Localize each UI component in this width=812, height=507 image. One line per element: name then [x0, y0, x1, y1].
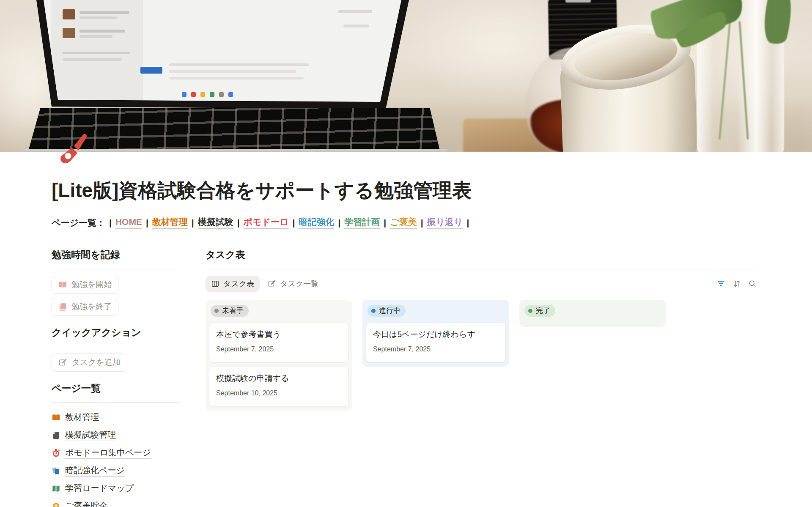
view-toolbar [716, 279, 757, 288]
status-label: 進行中 [379, 306, 401, 315]
two-column-layout: 勉強時間を記録 勉強を開始勉強を終了 クイックアクション タスクを追加 ページ一… [52, 249, 757, 507]
board-column: 完了 [519, 300, 666, 327]
task-card[interactable]: 模擬試験の申請するSeptember 10, 2025 [209, 367, 349, 406]
divider [206, 269, 757, 269]
task-date: September 7, 2025 [216, 345, 342, 353]
open-book-icon [52, 413, 60, 422]
nav-link[interactable]: 暗記強化 [299, 216, 334, 229]
nav-separator: | [237, 217, 240, 229]
cover-laptop [0, 0, 465, 111]
compose-icon [268, 280, 276, 288]
cover-image[interactable] [0, 0, 812, 152]
page-link-label: 教材管理 [65, 411, 99, 423]
view-tabbar: タスク表タスク一覧 [206, 275, 757, 293]
page-link[interactable]: 暗記強化ページ [52, 462, 180, 480]
task-card[interactable]: 今日は5ページだけ終わらすSeptember 7, 2025 [366, 323, 506, 362]
task-card[interactable]: 本屋で参考書買うSeptember 7, 2025 [209, 323, 349, 362]
nav-link[interactable]: 模擬試験 [198, 216, 233, 229]
toolbar-sort-icon[interactable] [732, 279, 741, 288]
pen-nib-icon [53, 134, 89, 167]
page-link-label: ポモドーロ集中ページ [65, 447, 151, 459]
timer-icon [52, 449, 60, 458]
nav-separator: | [293, 217, 295, 229]
status-pill[interactable]: 未着手 [211, 305, 249, 317]
open-book-icon [58, 280, 67, 289]
nav-link[interactable]: HOME [115, 216, 142, 229]
card-stack: 本屋で参考書買うSeptember 7, 2025模擬試験の申請するSeptem… [209, 323, 349, 406]
nav-separator: | [384, 217, 386, 229]
task-title: 今日は5ページだけ終わらす [373, 329, 499, 340]
compose-icon [58, 358, 67, 367]
page-title: [Lite版]資格試験合格をサポートする勉強管理表 [52, 152, 757, 202]
nav-link[interactable]: 振り返り [427, 216, 463, 229]
section-heading-quick-actions: クイックアクション [52, 326, 180, 339]
map-icon [52, 484, 60, 493]
status-label: 未着手 [222, 306, 244, 315]
page-link-label: 学習ロードマップ [65, 482, 134, 494]
nav-separator: | [192, 217, 194, 229]
view-tab[interactable]: タスク一覧 [262, 276, 324, 292]
nav-separator: | [109, 217, 112, 229]
search-icon [748, 279, 757, 288]
button-label: 勉強を終了 [71, 301, 112, 312]
section-heading-tasks: タスク表 [206, 249, 757, 261]
section-heading-study-time: 勉強時間を記録 [52, 249, 180, 261]
page-link[interactable]: 教材管理 [52, 408, 180, 426]
nav-separator: | [421, 217, 423, 229]
action-button[interactable]: 勉強を開始 [52, 276, 118, 294]
nav-separator: | [338, 217, 340, 229]
board-view-icon [211, 280, 219, 288]
filter-icon [716, 279, 726, 288]
status-dot-icon [528, 309, 532, 313]
gift-icon [52, 502, 60, 507]
page-link[interactable]: 学習ロードマップ [52, 480, 180, 497]
nav-link[interactable]: ポモドーロ [244, 216, 289, 229]
nav-prefix: ページ一覧： [52, 217, 105, 229]
sort-icon [732, 279, 741, 288]
tab-label: タスク表 [223, 279, 254, 289]
quick-actions-section: クイックアクション タスクを追加 [52, 326, 180, 372]
status-pill[interactable]: 完了 [524, 305, 555, 317]
nav-link[interactable]: 教材管理 [152, 216, 188, 229]
study-time-section: 勉強時間を記録 勉強を開始勉強を終了 [52, 249, 180, 316]
nav-separator: | [146, 217, 148, 229]
view-tab[interactable]: タスク表 [206, 276, 260, 292]
task-date: September 7, 2025 [373, 345, 499, 353]
toolbar-search-icon[interactable] [748, 279, 757, 288]
nav-link[interactable]: 学習計画 [344, 216, 380, 229]
status-dot-icon [214, 309, 219, 313]
kanban-board: 未着手本屋で参考書買うSeptember 7, 2025模擬試験の申請するSep… [206, 300, 757, 411]
status-pill[interactable]: 進行中 [368, 305, 406, 317]
section-heading-page-list: ページ一覧 [52, 382, 180, 395]
file-icon [52, 431, 60, 440]
page-links-row: ページ一覧：|HOME|教材管理|模擬試験|ポモドーロ|暗記強化|学習計画|ご褒… [52, 216, 757, 229]
task-title: 本屋で参考書買う [216, 329, 342, 340]
notion-page: [Lite版]資格試験合格をサポートする勉強管理表 ページ一覧：|HOME|教材… [0, 0, 812, 507]
action-button[interactable]: 勉強を終了 [52, 298, 118, 316]
board-column: 進行中今日は5ページだけ終わらすSeptember 7, 2025 [362, 300, 509, 367]
tab-label: タスク一覧 [280, 279, 318, 289]
left-column: 勉強時間を記録 勉強を開始勉強を終了 クイックアクション タスクを追加 ページ一… [52, 249, 180, 507]
page-link[interactable]: 模擬試験管理 [52, 426, 180, 444]
divider [52, 347, 180, 347]
card-stack: 今日は5ページだけ終わらすSeptember 7, 2025 [366, 323, 506, 362]
button-label: タスクを追加 [71, 357, 121, 368]
cards-icon [52, 466, 60, 475]
page-link[interactable]: ポモドーロ集中ページ [52, 444, 180, 462]
page-icon[interactable] [53, 134, 89, 167]
cover-keyboard [28, 108, 440, 152]
action-button[interactable]: タスクを追加 [52, 354, 127, 372]
status-dot-icon [371, 309, 376, 313]
nav-link[interactable]: ご褒美 [390, 216, 417, 229]
page-list-section: ページ一覧 教材管理模擬試験管理ポモドーロ集中ページ暗記強化ページ学習ロードマッ… [52, 382, 180, 507]
page-link[interactable]: ご褒美貯金 [52, 497, 180, 507]
cover-mug [559, 25, 697, 152]
divider [52, 269, 180, 269]
status-label: 完了 [536, 306, 550, 315]
page-link-label: ご褒美貯金 [65, 500, 107, 507]
button-label: 勉強を開始 [71, 279, 112, 290]
page-link-label: 暗記強化ページ [65, 465, 125, 477]
board-column: 未着手本屋で参考書買うSeptember 7, 2025模擬試験の申請するSep… [206, 300, 352, 411]
toolbar-filter-icon[interactable] [716, 279, 726, 288]
nav-separator: | [467, 217, 469, 229]
